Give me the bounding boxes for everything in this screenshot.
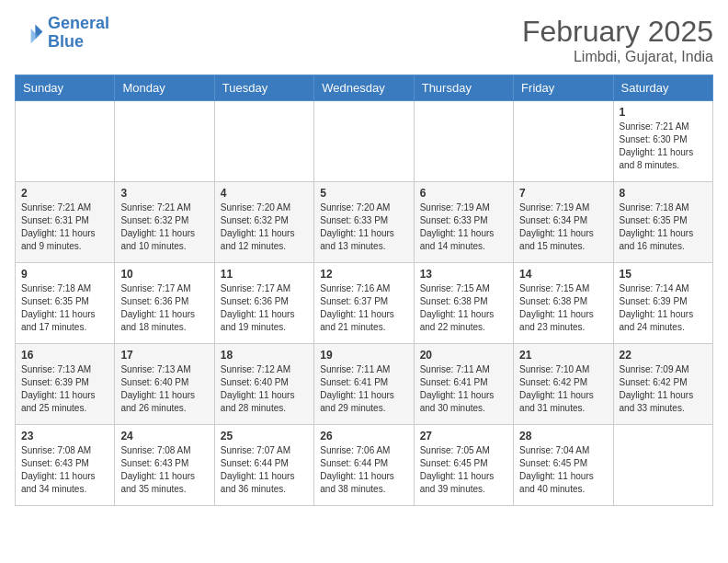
calendar-cell: 2Sunrise: 7:21 AM Sunset: 6:31 PM Daylig…	[16, 182, 115, 263]
day-info: Sunrise: 7:21 AM Sunset: 6:31 PM Dayligh…	[21, 201, 108, 253]
day-number: 11	[221, 268, 308, 281]
calendar-cell	[214, 101, 313, 182]
day-number: 9	[21, 268, 108, 281]
calendar-cell: 7Sunrise: 7:19 AM Sunset: 6:34 PM Daylig…	[514, 182, 613, 263]
day-info: Sunrise: 7:04 AM Sunset: 6:45 PM Dayligh…	[519, 444, 607, 496]
day-info: Sunrise: 7:11 AM Sunset: 6:41 PM Dayligh…	[320, 363, 407, 415]
calendar-cell: 19Sunrise: 7:11 AM Sunset: 6:41 PM Dayli…	[314, 344, 414, 425]
calendar-cell	[514, 101, 613, 182]
page-header: General Blue February 2025 Limbdi, Gujar…	[15, 15, 713, 65]
day-number: 3	[120, 187, 208, 200]
weekday-header-row: SundayMondayTuesdayWednesdayThursdayFrid…	[16, 75, 713, 101]
day-number: 20	[420, 349, 507, 362]
calendar-cell: 18Sunrise: 7:12 AM Sunset: 6:40 PM Dayli…	[214, 344, 313, 425]
weekday-header-monday: Monday	[115, 75, 214, 101]
day-info: Sunrise: 7:08 AM Sunset: 6:43 PM Dayligh…	[120, 444, 208, 496]
calendar-cell: 12Sunrise: 7:16 AM Sunset: 6:37 PM Dayli…	[314, 263, 414, 344]
weekday-header-tuesday: Tuesday	[214, 75, 313, 101]
calendar-cell: 21Sunrise: 7:10 AM Sunset: 6:42 PM Dayli…	[514, 344, 613, 425]
calendar-cell: 27Sunrise: 7:05 AM Sunset: 6:45 PM Dayli…	[414, 425, 513, 506]
logo: General Blue	[15, 15, 109, 52]
day-number: 1	[620, 106, 707, 119]
calendar-cell: 4Sunrise: 7:20 AM Sunset: 6:32 PM Daylig…	[214, 182, 313, 263]
day-info: Sunrise: 7:18 AM Sunset: 6:35 PM Dayligh…	[620, 201, 707, 253]
day-number: 12	[320, 268, 407, 281]
day-info: Sunrise: 7:20 AM Sunset: 6:33 PM Dayligh…	[320, 201, 407, 253]
calendar-cell: 13Sunrise: 7:15 AM Sunset: 6:38 PM Dayli…	[414, 263, 513, 344]
day-info: Sunrise: 7:20 AM Sunset: 6:32 PM Dayligh…	[221, 201, 308, 253]
day-number: 6	[420, 187, 507, 200]
location: Limbdi, Gujarat, India	[522, 49, 713, 65]
day-number: 24	[120, 430, 208, 442]
calendar-cell: 25Sunrise: 7:07 AM Sunset: 6:44 PM Dayli…	[214, 425, 313, 506]
calendar-cell	[16, 101, 115, 182]
day-number: 5	[320, 187, 407, 200]
day-number: 17	[120, 349, 208, 362]
day-info: Sunrise: 7:11 AM Sunset: 6:41 PM Dayligh…	[420, 363, 507, 415]
day-number: 15	[620, 268, 707, 281]
calendar-cell: 6Sunrise: 7:19 AM Sunset: 6:33 PM Daylig…	[414, 182, 513, 263]
day-info: Sunrise: 7:21 AM Sunset: 6:32 PM Dayligh…	[120, 201, 208, 253]
day-number: 4	[221, 187, 308, 200]
day-info: Sunrise: 7:19 AM Sunset: 6:34 PM Dayligh…	[519, 201, 607, 253]
day-info: Sunrise: 7:12 AM Sunset: 6:40 PM Dayligh…	[221, 363, 308, 415]
day-info: Sunrise: 7:13 AM Sunset: 6:39 PM Dayligh…	[21, 363, 108, 415]
day-info: Sunrise: 7:15 AM Sunset: 6:38 PM Dayligh…	[420, 282, 507, 334]
calendar-cell	[414, 101, 513, 182]
calendar-week-2: 2Sunrise: 7:21 AM Sunset: 6:31 PM Daylig…	[16, 182, 713, 263]
day-number: 23	[21, 430, 108, 442]
calendar-week-1: 1Sunrise: 7:21 AM Sunset: 6:30 PM Daylig…	[16, 101, 713, 182]
day-number: 25	[221, 430, 308, 442]
day-info: Sunrise: 7:19 AM Sunset: 6:33 PM Dayligh…	[420, 201, 507, 253]
day-info: Sunrise: 7:17 AM Sunset: 6:36 PM Dayligh…	[120, 282, 208, 334]
day-number: 10	[120, 268, 208, 281]
weekday-header-thursday: Thursday	[414, 75, 513, 101]
calendar-cell: 3Sunrise: 7:21 AM Sunset: 6:32 PM Daylig…	[115, 182, 214, 263]
day-number: 26	[320, 430, 407, 442]
calendar-cell: 17Sunrise: 7:13 AM Sunset: 6:40 PM Dayli…	[115, 344, 214, 425]
day-info: Sunrise: 7:07 AM Sunset: 6:44 PM Dayligh…	[221, 444, 308, 496]
calendar-cell: 24Sunrise: 7:08 AM Sunset: 6:43 PM Dayli…	[115, 425, 214, 506]
calendar-table: SundayMondayTuesdayWednesdayThursdayFrid…	[15, 75, 713, 506]
month-year: February 2025	[522, 15, 713, 49]
weekday-header-friday: Friday	[514, 75, 613, 101]
calendar-cell: 8Sunrise: 7:18 AM Sunset: 6:35 PM Daylig…	[613, 182, 712, 263]
day-info: Sunrise: 7:09 AM Sunset: 6:42 PM Dayligh…	[620, 363, 707, 415]
calendar-cell: 23Sunrise: 7:08 AM Sunset: 6:43 PM Dayli…	[16, 425, 115, 506]
day-number: 16	[21, 349, 108, 362]
day-info: Sunrise: 7:10 AM Sunset: 6:42 PM Dayligh…	[519, 363, 607, 415]
day-info: Sunrise: 7:18 AM Sunset: 6:35 PM Dayligh…	[21, 282, 108, 334]
day-number: 14	[519, 268, 607, 281]
day-number: 27	[420, 430, 507, 442]
logo-text: General Blue	[48, 15, 109, 52]
day-info: Sunrise: 7:06 AM Sunset: 6:44 PM Dayligh…	[320, 444, 407, 496]
day-number: 13	[420, 268, 507, 281]
title-block: February 2025 Limbdi, Gujarat, India	[522, 15, 713, 65]
calendar-cell: 5Sunrise: 7:20 AM Sunset: 6:33 PM Daylig…	[314, 182, 414, 263]
calendar-cell	[613, 425, 712, 506]
calendar-cell: 26Sunrise: 7:06 AM Sunset: 6:44 PM Dayli…	[314, 425, 414, 506]
day-info: Sunrise: 7:13 AM Sunset: 6:40 PM Dayligh…	[120, 363, 208, 415]
day-number: 22	[620, 349, 707, 362]
calendar-cell: 11Sunrise: 7:17 AM Sunset: 6:36 PM Dayli…	[214, 263, 313, 344]
day-info: Sunrise: 7:14 AM Sunset: 6:39 PM Dayligh…	[620, 282, 707, 334]
calendar-cell: 22Sunrise: 7:09 AM Sunset: 6:42 PM Dayli…	[613, 344, 712, 425]
calendar-cell: 14Sunrise: 7:15 AM Sunset: 6:38 PM Dayli…	[514, 263, 613, 344]
day-info: Sunrise: 7:17 AM Sunset: 6:36 PM Dayligh…	[221, 282, 308, 334]
calendar-cell: 15Sunrise: 7:14 AM Sunset: 6:39 PM Dayli…	[613, 263, 712, 344]
calendar-cell: 28Sunrise: 7:04 AM Sunset: 6:45 PM Dayli…	[514, 425, 613, 506]
calendar-cell: 9Sunrise: 7:18 AM Sunset: 6:35 PM Daylig…	[16, 263, 115, 344]
calendar-cell	[314, 101, 414, 182]
day-info: Sunrise: 7:16 AM Sunset: 6:37 PM Dayligh…	[320, 282, 407, 334]
calendar-cell: 10Sunrise: 7:17 AM Sunset: 6:36 PM Dayli…	[115, 263, 214, 344]
calendar-week-5: 23Sunrise: 7:08 AM Sunset: 6:43 PM Dayli…	[16, 425, 713, 506]
calendar-week-4: 16Sunrise: 7:13 AM Sunset: 6:39 PM Dayli…	[16, 344, 713, 425]
day-number: 28	[519, 430, 607, 442]
day-number: 7	[519, 187, 607, 200]
calendar-cell: 20Sunrise: 7:11 AM Sunset: 6:41 PM Dayli…	[414, 344, 513, 425]
weekday-header-wednesday: Wednesday	[314, 75, 414, 101]
weekday-header-sunday: Sunday	[16, 75, 115, 101]
day-info: Sunrise: 7:21 AM Sunset: 6:30 PM Dayligh…	[620, 121, 707, 172]
calendar-cell: 16Sunrise: 7:13 AM Sunset: 6:39 PM Dayli…	[16, 344, 115, 425]
logo-icon	[15, 18, 44, 48]
